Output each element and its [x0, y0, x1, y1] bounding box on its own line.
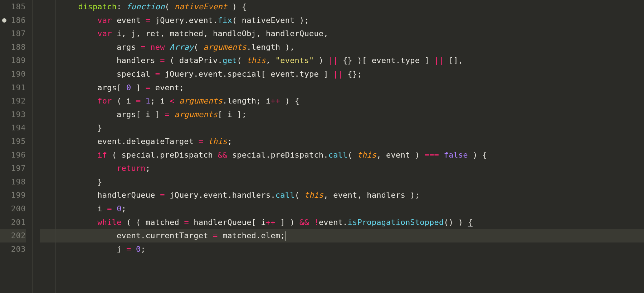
code-token: arguments [203, 43, 247, 52]
code-line[interactable]: } [40, 175, 644, 189]
code-token: i [126, 96, 136, 105]
code-token: = [136, 96, 141, 105]
code-token: this [247, 56, 266, 65]
code-token: args [40, 43, 141, 52]
code-token: jQuery.event.handlers. [165, 191, 275, 200]
code-token: || [434, 56, 444, 65]
code-token: event, handlers [333, 191, 405, 200]
code-token [40, 218, 97, 227]
indent-guide [40, 0, 40, 293]
code-token: = [146, 16, 150, 25]
code-token: args[ i ] [40, 110, 165, 119]
code-line[interactable]: var i, j, ret, matched, handleObj, handl… [40, 27, 644, 40]
code-token: ) [227, 2, 241, 11]
code-line[interactable]: j = 0; [40, 242, 644, 256]
code-line[interactable]: } [40, 121, 644, 135]
code-line[interactable]: while ( ( matched = handlerQueue[ i++ ] … [40, 216, 644, 229]
line-number[interactable]: 196 [0, 148, 26, 162]
line-number[interactable]: 198 [0, 175, 26, 189]
code-token: for [97, 96, 112, 105]
code-token: ] [131, 83, 145, 92]
line-number[interactable]: 190 [0, 67, 26, 81]
code-line[interactable]: var event = jQuery.event.fix( nativeEven… [40, 14, 644, 27]
line-number[interactable]: 189 [0, 54, 26, 67]
line-number[interactable]: 200 [0, 202, 26, 216]
code-line[interactable]: dispatch: function( nativeEvent ) { [40, 0, 644, 14]
code-area[interactable]: dispatch: function( nativeEvent ) { var … [32, 0, 644, 293]
code-token: ) { [280, 96, 299, 105]
code-token: get [223, 56, 237, 65]
code-token: event.type [372, 56, 420, 65]
code-token: .length [247, 43, 280, 52]
line-number[interactable]: 188 [0, 40, 26, 54]
code-token: nativeEvent [174, 2, 227, 11]
code-token: && [299, 218, 309, 227]
code-token: ( [237, 56, 247, 65]
code-token [175, 96, 179, 105]
code-token: ( dataPriv. [165, 56, 223, 65]
code-token: 0 [117, 204, 121, 213]
code-line[interactable]: handlerQueue = jQuery.event.handlers.cal… [40, 188, 644, 202]
line-gutter[interactable]: 1851861871881891901911921931941951961971… [0, 0, 32, 293]
code-line[interactable]: args = new Array( arguments.length ), [40, 40, 644, 54]
code-line[interactable]: i = 0; [40, 202, 644, 216]
code-token: false [444, 150, 468, 159]
code-token [112, 204, 117, 213]
code-token: nativeEvent [242, 16, 295, 25]
line-number[interactable]: 187 [0, 27, 26, 40]
code-editor[interactable]: 1851861871881891901911921931941951961971… [0, 0, 644, 293]
code-token: ++ [266, 218, 275, 227]
code-line[interactable]: handlers = ( dataPriv.get( this, "events… [40, 54, 644, 67]
code-token: || [328, 56, 338, 65]
code-token: {}; [343, 69, 362, 78]
code-token: 0 [126, 83, 131, 92]
code-line[interactable]: event.delegateTarget = this; [40, 135, 644, 148]
line-number[interactable]: 192 [0, 94, 26, 108]
code-token: .length [223, 96, 256, 105]
line-number[interactable]: 195 [0, 135, 26, 148]
code-token: arguments [174, 110, 218, 119]
code-token: || [333, 69, 343, 78]
line-number[interactable]: 185 [0, 0, 26, 14]
code-token: { [468, 218, 473, 227]
code-token: ; [227, 137, 232, 146]
code-token: = [165, 110, 170, 119]
code-line[interactable]: args[ i ] = arguments[ i ]; [40, 108, 644, 121]
code-token: i [160, 96, 170, 105]
code-token [141, 96, 145, 105]
code-token: matched.elem; [218, 231, 285, 240]
line-number[interactable]: 202 [0, 229, 26, 242]
line-number[interactable]: 191 [0, 81, 26, 95]
code-line[interactable]: return; [40, 162, 644, 175]
code-line[interactable]: for ( i = 1; i < arguments.length; i++ )… [40, 94, 644, 108]
code-token: ) { [468, 150, 487, 159]
code-token: event [112, 16, 146, 25]
code-token: < [170, 96, 174, 105]
code-line[interactable]: if ( special.preDispatch && special.preD… [40, 148, 644, 162]
code-token: = [160, 191, 165, 200]
code-token: while [97, 218, 121, 227]
code-token: ( [295, 191, 304, 200]
code-token: var [97, 29, 112, 38]
line-number[interactable]: 193 [0, 108, 26, 121]
line-number[interactable]: 201 [0, 216, 26, 229]
code-token [146, 43, 150, 52]
line-number[interactable]: 199 [0, 188, 26, 202]
code-token: function [126, 2, 165, 11]
code-token [40, 164, 117, 173]
code-token: this [357, 150, 376, 159]
code-token: () ) [444, 218, 468, 227]
code-line[interactable]: special = jQuery.event.special[ event.ty… [40, 67, 644, 81]
code-token: : [117, 2, 126, 11]
code-token: arguments [179, 96, 223, 105]
line-number[interactable]: 197 [0, 162, 26, 175]
code-token: handlerQueue [40, 191, 160, 200]
code-line[interactable]: args[ 0 ] = event; [40, 81, 644, 95]
line-number[interactable]: 203 [0, 242, 26, 256]
breakpoint-marker[interactable] [2, 18, 6, 23]
line-number[interactable]: 194 [0, 121, 26, 135]
code-line[interactable]: event.currentTarget = matched.elem; [40, 229, 644, 242]
code-token: ++ [270, 96, 280, 105]
code-token: = [213, 231, 218, 240]
text-cursor [286, 231, 286, 241]
